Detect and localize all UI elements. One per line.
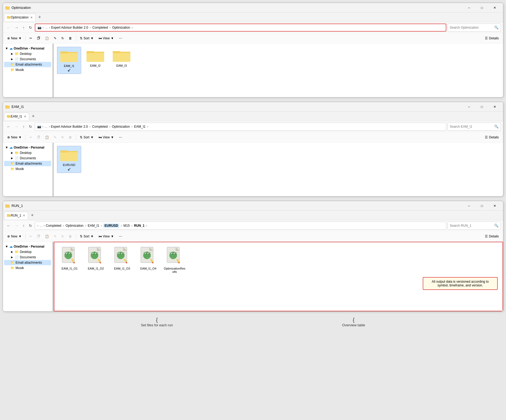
new-btn-3[interactable]: ⊕ New ▼	[5, 232, 24, 240]
copy-btn-3[interactable]: 🗍	[35, 232, 42, 240]
paste-btn-3[interactable]: 📋	[43, 232, 51, 240]
new-btn-2[interactable]: ⊕ New ▼	[5, 133, 24, 141]
rename-btn-1[interactable]: ✎	[52, 34, 59, 42]
sort-icon-2: ⇅	[80, 135, 82, 139]
refresh-btn-2[interactable]: ↻	[27, 123, 34, 130]
up-btn-2[interactable]: ↑	[21, 123, 26, 130]
forward-btn-3[interactable]: →	[13, 222, 20, 229]
refresh-btn-3[interactable]: ↻	[27, 222, 34, 229]
copy-btn-1[interactable]: 🗍	[35, 34, 42, 42]
search-input-3[interactable]	[450, 224, 494, 228]
copy-btn-2[interactable]: 🗍	[35, 133, 42, 141]
tab-add-1[interactable]: +	[36, 14, 43, 20]
minimize-btn-2[interactable]: –	[463, 103, 475, 111]
sort-btn-3[interactable]: ⇅ Sort ▼	[78, 232, 96, 240]
tab-close-3[interactable]: ✕	[23, 214, 25, 217]
tab-close-1[interactable]: ✕	[30, 16, 33, 19]
details-btn-2[interactable]: ☰ Details	[483, 133, 501, 141]
back-btn-3[interactable]: ←	[5, 222, 12, 229]
tab-add-3[interactable]: +	[29, 213, 36, 218]
more-btn-2[interactable]: ⋯	[117, 133, 124, 141]
sort-btn-1[interactable]: ⇅ Sort ▼	[78, 34, 96, 42]
cut-btn-2[interactable]: ✂	[27, 133, 34, 141]
search-input-2[interactable]	[450, 125, 494, 128]
view-btn-2[interactable]: 🛏 View ▼	[96, 133, 116, 141]
tab-run1[interactable]: RUN_1 ✕	[4, 212, 28, 219]
sidebar-item-desktop-2[interactable]: ► 📁 Desktop	[4, 150, 51, 156]
folder-eurusd[interactable]: EURUSD ↙	[57, 146, 81, 173]
tab-close-2[interactable]: ✕	[24, 115, 26, 118]
details-btn-1[interactable]: ☰ Details	[483, 34, 501, 42]
view-btn-3[interactable]: 🛏 View ▼	[96, 232, 116, 240]
share-btn-1[interactable]: ↻	[59, 34, 66, 42]
sidebar-item-email-1[interactable]: 📁 Email attachments	[4, 62, 51, 67]
delete-btn-3[interactable]: 🗑	[67, 232, 74, 240]
search-box-3[interactable]: 🔍	[447, 222, 501, 230]
forward-btn-1[interactable]: →	[13, 24, 20, 31]
address-bar-3[interactable]: › … › Completed › Optimization › EAM_I1 …	[35, 222, 446, 230]
sidebar-item-musik-3[interactable]: 📁 Musik	[4, 265, 51, 271]
file-eam-o3[interactable]: EAM_I1_O3	[110, 245, 134, 274]
up-btn-3[interactable]: ↑	[21, 222, 26, 229]
folder-eam-i2[interactable]: EAM_I2	[83, 47, 107, 74]
search-input-1[interactable]	[450, 26, 494, 29]
sidebar-item-documents-3[interactable]: ► 📄 Documents	[4, 255, 51, 260]
address-bar-1[interactable]: 📷 › … › Expert Advisor Builder 2.0 › Com…	[35, 24, 446, 32]
share-btn-2[interactable]: ↻	[59, 133, 66, 141]
back-btn-2[interactable]: ←	[5, 123, 12, 130]
nav-bar-3: ← → ↑ ↻ › … › Completed › Optimization ›…	[3, 220, 503, 231]
maximize-btn-3[interactable]: □	[476, 202, 488, 210]
breadcrumb-3-1: Completed	[46, 224, 61, 228]
file-optimization-results[interactable]: OptimizationResults	[163, 245, 187, 274]
paste-btn-2[interactable]: 📋	[43, 133, 51, 141]
forward-btn-2[interactable]: →	[13, 123, 20, 130]
view-btn-1[interactable]: 🛏 View ▼	[96, 34, 116, 42]
delete-btn-1[interactable]: 🗑	[67, 34, 74, 42]
file-eam-o2[interactable]: EAM_I1_O2	[84, 245, 108, 274]
cut-btn-3[interactable]: ✂	[27, 232, 34, 240]
tab-eam-i1[interactable]: EAM_I1 ✕	[4, 113, 29, 120]
tab-add-2[interactable]: +	[30, 113, 37, 119]
sidebar-item-email-2[interactable]: 📁 Email attachments	[4, 161, 51, 166]
sidebar-item-desktop-3[interactable]: ► 📁 Desktop	[4, 249, 51, 255]
new-btn-1[interactable]: ⊕ New ▼	[5, 34, 24, 42]
search-box-1[interactable]: 🔍	[447, 24, 501, 32]
more-btn-1[interactable]: ⋯	[117, 34, 124, 42]
tab-optimization[interactable]: Optimization ✕	[4, 14, 36, 21]
search-box-2[interactable]: 🔍	[447, 123, 501, 131]
close-btn-1[interactable]: ✕	[489, 4, 501, 12]
more-btn-3[interactable]: ⋯	[117, 232, 124, 240]
folder-eam-i1[interactable]: EAM_I1 ↙	[57, 47, 81, 74]
rename-btn-2[interactable]: ✎	[52, 133, 59, 141]
tab-label-1: Optimization	[11, 16, 29, 19]
rename-btn-3[interactable]: ✎	[52, 232, 59, 240]
sidebar-item-desktop-1[interactable]: ► 📁 Desktop	[4, 51, 51, 56]
sort-btn-2[interactable]: ⇅ Sort ▼	[78, 133, 96, 141]
folder-eam-i3[interactable]: EAM_I3	[109, 47, 134, 74]
file-eam-o4[interactable]: EAM_I1_O4	[136, 245, 160, 274]
back-btn-1[interactable]: ←	[5, 24, 12, 31]
details-btn-3[interactable]: ☰ Details	[483, 232, 501, 240]
close-btn-2[interactable]: ✕	[489, 103, 501, 111]
onedrive-header-1[interactable]: ▼ ☁ OneDrive - Personal	[4, 46, 51, 51]
share-btn-3[interactable]: ↻	[59, 232, 66, 240]
sidebar-item-email-3[interactable]: 📁 Email attachments	[4, 260, 51, 265]
close-btn-3[interactable]: ✕	[489, 202, 501, 210]
sidebar-item-documents-2[interactable]: ► 📄 Documents	[4, 156, 51, 161]
file-eam-o1[interactable]: EAM_I1_O1	[58, 245, 82, 274]
minimize-btn-1[interactable]: –	[463, 4, 475, 12]
maximize-btn-2[interactable]: □	[476, 103, 488, 111]
sidebar-item-musik-1[interactable]: 📁 Musik	[4, 67, 51, 73]
cut-btn-1[interactable]: ✂	[27, 34, 34, 42]
sidebar-item-musik-2[interactable]: 📁 Musik	[4, 166, 51, 172]
address-bar-2[interactable]: 📷 › … › Expert Advisor Builder 2.0 › Com…	[35, 123, 446, 131]
onedrive-header-2[interactable]: ▼ ☁ OneDrive - Personal	[4, 145, 51, 150]
sidebar-item-documents-1[interactable]: ► 📄 Documents	[4, 56, 51, 62]
onedrive-header-3[interactable]: ▼ ☁ OneDrive - Personal	[4, 244, 51, 249]
up-btn-1[interactable]: ↑	[21, 24, 26, 31]
refresh-btn-1[interactable]: ↻	[27, 24, 34, 31]
delete-btn-2[interactable]: 🗑	[67, 133, 74, 141]
maximize-btn-1[interactable]: □	[476, 4, 488, 12]
paste-btn-1[interactable]: 📋	[43, 34, 51, 42]
minimize-btn-3[interactable]: –	[463, 202, 475, 210]
